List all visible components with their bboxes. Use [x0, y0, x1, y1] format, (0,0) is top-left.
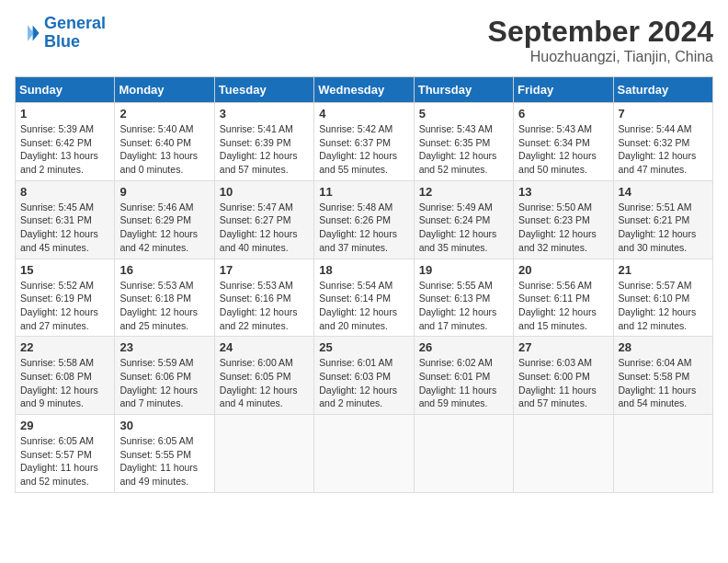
day-info-line: Sunrise: 5:46 AM [119, 201, 193, 213]
day-info-line: Sunset: 6:03 PM [319, 371, 391, 382]
day-info-line: and 22 minutes. [220, 320, 289, 331]
day-info: Sunrise: 5:54 AMSunset: 6:14 PMDaylight:… [319, 279, 408, 333]
calendar-day-cell: 25Sunrise: 6:01 AMSunset: 6:03 PMDayligh… [314, 337, 414, 415]
day-number: 25 [319, 340, 408, 354]
day-info-line: Sunrise: 5:48 AM [319, 201, 392, 213]
day-info-line: Sunrise: 6:00 AM [220, 357, 293, 368]
day-info: Sunrise: 5:44 AMSunset: 6:32 PMDaylight:… [619, 122, 708, 177]
day-info-line: Sunset: 6:08 PM [20, 371, 92, 382]
day-info-line: Daylight: 12 hours [319, 306, 397, 317]
day-info: Sunrise: 6:05 AMSunset: 5:55 PMDaylight:… [119, 434, 209, 488]
day-info-line: Sunset: 6:10 PM [619, 293, 690, 304]
calendar-day-cell [214, 415, 313, 493]
day-info-line: Daylight: 12 hours [518, 306, 597, 317]
day-info-line: Sunset: 6:40 PM [119, 137, 191, 148]
calendar-day-cell [514, 415, 613, 493]
day-info-line: and 2 minutes. [20, 164, 84, 175]
day-number: 18 [319, 263, 408, 277]
day-number: 19 [419, 263, 508, 277]
calendar-day-cell: 8Sunrise: 5:45 AMSunset: 6:31 PMDaylight… [16, 180, 115, 259]
day-info-line: Daylight: 12 hours [119, 385, 198, 396]
calendar-day-cell: 17Sunrise: 5:53 AMSunset: 6:16 PMDayligh… [214, 259, 313, 337]
day-info-line: and 4 minutes. [220, 397, 283, 408]
day-info-line: Daylight: 12 hours [119, 228, 198, 239]
calendar-day-cell: 10Sunrise: 5:47 AMSunset: 6:27 PMDayligh… [214, 180, 313, 259]
day-info-line: Daylight: 11 hours [619, 385, 697, 396]
day-info-line: and 17 minutes. [419, 320, 488, 331]
day-info-line: Daylight: 12 hours [220, 385, 298, 396]
calendar-day-cell: 28Sunrise: 6:04 AMSunset: 5:58 PMDayligh… [613, 337, 712, 415]
day-info-line: Daylight: 12 hours [419, 150, 497, 161]
day-info-line: Daylight: 12 hours [20, 385, 98, 396]
calendar-day-cell: 4Sunrise: 5:42 AMSunset: 6:37 PMDaylight… [314, 103, 414, 181]
day-info-line: Sunset: 6:01 PM [419, 371, 491, 382]
day-info-line: Sunrise: 5:59 AM [119, 357, 193, 368]
day-number: 4 [319, 107, 408, 121]
calendar-day-header: Saturday [613, 77, 712, 103]
day-number: 1 [20, 107, 109, 121]
day-info-line: Sunrise: 5:55 AM [419, 280, 493, 291]
calendar-day-cell: 21Sunrise: 5:57 AMSunset: 6:10 PMDayligh… [613, 259, 712, 337]
day-info-line: Sunset: 6:14 PM [319, 293, 391, 304]
day-info-line: Daylight: 12 hours [220, 228, 298, 239]
calendar-day-cell: 30Sunrise: 6:05 AMSunset: 5:55 PMDayligh… [115, 415, 214, 493]
day-number: 12 [419, 185, 508, 199]
page-header: General Blue September 2024 Huozhuangzi,… [15, 15, 713, 65]
day-number: 21 [619, 263, 708, 277]
day-info: Sunrise: 5:57 AMSunset: 6:10 PMDaylight:… [619, 279, 708, 333]
day-info-line: Daylight: 12 hours [220, 150, 298, 161]
day-info-line: Daylight: 11 hours [518, 385, 597, 396]
day-info: Sunrise: 6:01 AMSunset: 6:03 PMDaylight:… [319, 356, 408, 410]
calendar-week-row: 22Sunrise: 5:58 AMSunset: 6:08 PMDayligh… [16, 337, 713, 415]
calendar-day-cell: 22Sunrise: 5:58 AMSunset: 6:08 PMDayligh… [16, 337, 115, 415]
day-info: Sunrise: 5:42 AMSunset: 6:37 PMDaylight:… [319, 122, 408, 177]
calendar-day-cell: 3Sunrise: 5:41 AMSunset: 6:39 PMDaylight… [214, 103, 313, 181]
day-info-line: and 32 minutes. [518, 242, 587, 253]
day-info-line: Sunset: 6:31 PM [20, 214, 92, 225]
day-info-line: and 25 minutes. [119, 320, 188, 331]
day-info-line: and 15 minutes. [518, 320, 587, 331]
day-info-line: Sunrise: 5:39 AM [20, 123, 94, 134]
logo-blue: Blue [44, 32, 80, 51]
day-info-line: Sunset: 6:16 PM [220, 293, 291, 304]
day-info-line: Daylight: 12 hours [119, 306, 198, 317]
day-info-line: Sunrise: 5:53 AM [220, 280, 293, 291]
day-info-line: Sunrise: 5:44 AM [619, 123, 692, 134]
day-info-line: and 52 minutes. [20, 476, 89, 487]
day-info-line: and 50 minutes. [518, 164, 587, 175]
day-info-line: and 57 minutes. [220, 164, 289, 175]
day-info-line: Daylight: 13 hours [20, 150, 98, 161]
day-number: 28 [619, 340, 708, 354]
calendar-day-cell: 2Sunrise: 5:40 AMSunset: 6:40 PMDaylight… [115, 103, 214, 181]
day-info-line: and 30 minutes. [619, 242, 688, 253]
day-info-line: Sunrise: 5:42 AM [319, 123, 392, 134]
day-info-line: Sunrise: 6:05 AM [119, 435, 193, 446]
day-info-line: and 12 minutes. [619, 320, 688, 331]
day-number: 23 [119, 340, 209, 354]
day-info-line: Daylight: 11 hours [119, 462, 198, 473]
day-info-line: Sunset: 6:39 PM [220, 137, 291, 148]
day-info: Sunrise: 6:04 AMSunset: 5:58 PMDaylight:… [619, 356, 708, 410]
day-info: Sunrise: 5:45 AMSunset: 6:31 PMDaylight:… [20, 201, 109, 255]
day-info-line: Daylight: 12 hours [20, 228, 98, 239]
day-info-line: and 42 minutes. [119, 242, 188, 253]
calendar-day-cell [613, 415, 712, 493]
day-info-line: Daylight: 12 hours [319, 385, 397, 396]
calendar-day-header: Friday [514, 77, 613, 103]
day-info-line: and 59 minutes. [419, 397, 488, 408]
day-info: Sunrise: 5:56 AMSunset: 6:11 PMDaylight:… [518, 279, 608, 333]
month-year-title: September 2024 [488, 15, 713, 49]
location-subtitle: Huozhuangzi, Tianjin, China [488, 49, 713, 65]
day-info: Sunrise: 5:53 AMSunset: 6:18 PMDaylight:… [119, 279, 209, 333]
day-info-line: Sunset: 5:55 PM [119, 449, 191, 460]
day-info-line: and 2 minutes. [319, 397, 382, 408]
day-info-line: Sunset: 6:42 PM [20, 137, 92, 148]
day-info-line: Sunset: 6:18 PM [119, 293, 191, 304]
day-info: Sunrise: 6:03 AMSunset: 6:00 PMDaylight:… [518, 356, 608, 410]
day-info-line: Daylight: 12 hours [619, 228, 697, 239]
day-number: 27 [518, 340, 608, 354]
day-info-line: and 52 minutes. [419, 164, 488, 175]
day-info: Sunrise: 5:40 AMSunset: 6:40 PMDaylight:… [119, 122, 209, 177]
calendar-day-cell: 9Sunrise: 5:46 AMSunset: 6:29 PMDaylight… [115, 180, 214, 259]
day-info-line: Sunrise: 5:50 AM [518, 201, 592, 213]
